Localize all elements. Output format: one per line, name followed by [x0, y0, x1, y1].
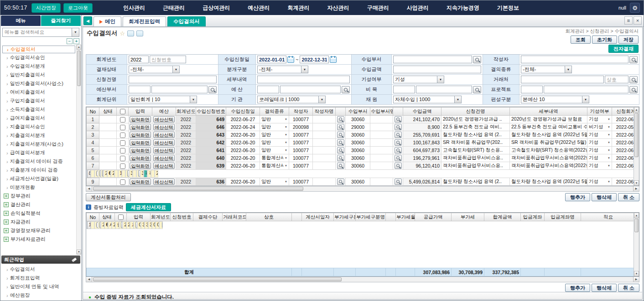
gear-icon[interactable]: ⚙ [630, 3, 640, 13]
row-checkbox[interactable] [120, 163, 125, 169]
cancel-button-2[interactable]: 취 소 [618, 284, 639, 292]
completion-select[interactable]: 기성▼ [589, 139, 610, 146]
sidebar-item[interactable]: ›지출결의서분개(사업소) [2, 140, 75, 148]
completion-select[interactable]: 기성▼ [589, 163, 610, 169]
scroll-up-icon[interactable]: ▲ [77, 45, 81, 50]
decision-type-select[interactable]: 일반▼ [261, 179, 287, 185]
document-tab[interactable]: 회계전표입력 [123, 16, 166, 26]
scroll-thumb[interactable] [93, 277, 342, 281]
tab-close-icon[interactable]: × [634, 16, 642, 25]
eraser-icon[interactable] [72, 257, 78, 262]
income-dept-input[interactable] [393, 56, 472, 63]
invoice-merge-button[interactable]: 계산서통합처리 [86, 193, 131, 201]
row-checkbox[interactable] [120, 117, 125, 122]
decision-type-select[interactable]: 일반▼ [261, 132, 287, 138]
grid-row[interactable]: 1입력화면예산선택20226492022-06-27일반▼10007730060… [87, 116, 634, 123]
save-button[interactable]: 저장 [618, 36, 639, 44]
sidebar-group[interactable]: +장부관리 [2, 192, 75, 200]
fiscal-year-input[interactable] [129, 56, 149, 63]
decision-type-select[interactable]: -전체-▼ [521, 66, 572, 73]
sidebar-item[interactable]: ›소득지출결의서 [2, 105, 75, 114]
collapse-all-button[interactable]: − [67, 38, 73, 44]
decision-type-select[interactable]: 통합계산서▼ [261, 163, 287, 169]
sidebar-group[interactable]: +손익실적분석 [2, 209, 75, 218]
scroll-track[interactable] [634, 112, 639, 180]
sidebar-item[interactable]: ›구입지출결의서 [2, 97, 75, 105]
fund-source-select[interactable]: 자체수입 | 1000▼ [393, 96, 462, 103]
income-request-date-from-input[interactable] [257, 56, 286, 63]
completion-select[interactable]: 기성▼ [589, 116, 610, 122]
sidebar-group[interactable]: +경영정보재무관리 [2, 226, 75, 235]
income-amount-input[interactable] [393, 66, 481, 73]
sidebar-tab-menu[interactable]: 메뉴 [1, 15, 41, 26]
search-icon-button[interactable] [337, 163, 344, 169]
delete-row-button[interactable]: 행삭제 [592, 193, 617, 201]
search-icon-button[interactable] [395, 124, 402, 130]
scroll-up-icon[interactable]: ▲ [634, 107, 639, 112]
budget-select-button[interactable]: 예산선택 [153, 116, 175, 122]
row-checkbox[interactable] [120, 125, 125, 130]
sidebar-item[interactable]: ›수입결의서승인 [2, 53, 75, 62]
completion-select[interactable]: 기성▼ [589, 147, 610, 153]
budget-input[interactable] [280, 86, 341, 93]
sidebar-scrollbar[interactable]: ▲ ▼ [76, 45, 81, 255]
agency-select[interactable]: 코레일테크 | 1000▼ [257, 96, 326, 103]
search-icon-button[interactable] [337, 179, 344, 185]
input-screen-button[interactable]: 입력화면 [130, 139, 151, 146]
sidebar-item[interactable]: ›지출분개 데이터 검증 [2, 166, 75, 174]
recent-work-item[interactable]: ›회계전표입력 [2, 274, 81, 282]
scroll-right-icon[interactable]: ▶ [633, 277, 639, 282]
scroll-left-icon[interactable]: ◀ [86, 277, 92, 282]
row-checkbox[interactable] [120, 140, 125, 146]
sidebar-item[interactable]: ›여비지출결의서 [2, 88, 75, 97]
row-checkbox[interactable] [120, 148, 125, 153]
expense-item-search-icon[interactable] [473, 86, 481, 93]
budget-class-select[interactable]: 본예산 10▼ [521, 96, 589, 103]
decision-type-select[interactable]: 일반▼ [261, 139, 287, 146]
request-grid-hscroll[interactable]: ◀ ▶ [86, 186, 639, 192]
completion-select[interactable]: 기성▼ [589, 132, 610, 138]
scroll-right-icon[interactable]: ▶ [633, 186, 639, 191]
sidebar-group[interactable]: +부가세자료관리 [2, 235, 75, 244]
search-icon-button[interactable] [162, 222, 163, 228]
budget-dept-search-icon[interactable] [208, 86, 217, 93]
logout-button[interactable]: 로그아웃 [63, 3, 93, 13]
decision-type-select[interactable]: 일반▼ [261, 116, 287, 122]
decision-type-select[interactable]: 일반▼ [261, 124, 287, 130]
topbar-menu-item[interactable]: 구매관리 [364, 4, 392, 12]
scroll-thumb[interactable] [634, 113, 639, 157]
select-all-checkbox[interactable] [120, 109, 125, 114]
budget-code-input[interactable] [257, 86, 279, 93]
request-grid-vscroll[interactable]: ▲ ▼ [634, 107, 639, 186]
budget-select-button[interactable]: 예산선택 [153, 124, 175, 130]
evidence-grid-vscroll[interactable]: ▲ ▼ [634, 213, 639, 276]
journal-type-select[interactable]: -전체-▼ [257, 66, 308, 73]
sidebar-item[interactable]: ›급여지출결의서 [2, 114, 75, 122]
budget-select-button[interactable]: 예산선택 [153, 147, 175, 153]
grid-row[interactable]: 9입력화면예산선택20226362022-06-20일반▼10007730060… [87, 178, 634, 186]
scroll-down-icon[interactable]: ▼ [634, 271, 639, 276]
sidebar-item[interactable]: ›수입결의서 [2, 46, 75, 53]
topbar-menu-item[interactable]: 인사관리 [120, 4, 148, 12]
row-checkbox[interactable] [120, 156, 125, 161]
grid-row[interactable]: 6입력화면예산선택20226402022-06-20통합계산서▼10007730… [87, 154, 634, 162]
topbar-menu-item[interactable]: 급상여관리 [200, 4, 233, 12]
grid-row[interactable]: 2입력화면예산선택20226462022-06-24일반▼20009829000… [87, 123, 634, 131]
scroll-track[interactable] [634, 218, 639, 271]
tab-list-icon[interactable]: ≡ [624, 16, 633, 25]
completion-select[interactable]: 비기성▼ [589, 124, 610, 130]
input-screen-button[interactable]: 입력화면 [130, 132, 151, 138]
budget-select-button[interactable]: 예산선택 [153, 155, 175, 161]
search-icon-button[interactable] [337, 155, 344, 161]
row-checkbox[interactable] [120, 179, 125, 185]
grid-row[interactable]: 8입력화면예산선택20226382022-06-20통합계산서▼10007730… [87, 170, 99, 178]
document-tab[interactable]: 수입결의서 [167, 16, 206, 26]
search-icon-button[interactable] [395, 116, 402, 122]
sidebar-item[interactable]: ›급여결의서분개 [2, 148, 75, 157]
budget-select-button[interactable]: 예산선택 [153, 163, 175, 169]
reset-button[interactable]: 초기화 [592, 36, 617, 44]
search-icon-button[interactable] [337, 132, 344, 138]
evidence-grid-hscroll[interactable]: ◀ ▶ [86, 277, 639, 282]
sidebar-item[interactable]: ›세금계산서연결(일괄) [2, 174, 75, 183]
topbar-menu-item[interactable]: 기본정보 [494, 4, 522, 12]
